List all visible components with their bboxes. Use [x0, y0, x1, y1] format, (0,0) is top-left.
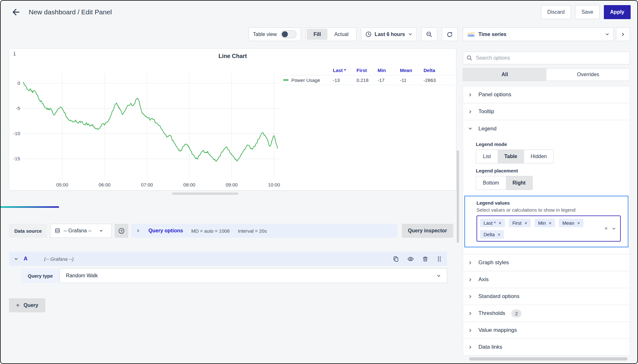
visualization-picker[interactable]: Time series — [463, 27, 614, 41]
collapse-chevron-icon[interactable] — [14, 257, 18, 261]
legend-values-description: Select values or calculations to show in… — [477, 207, 624, 213]
tab-all[interactable]: All — [463, 69, 546, 81]
query-row-a-header[interactable]: A (-- Grafana --) — [9, 252, 447, 266]
database-icon — [55, 228, 60, 234]
discard-button[interactable]: Discard — [541, 5, 571, 19]
sidebar-section-panel-options[interactable]: Panel options — [463, 86, 630, 103]
question-circle-icon: ? — [118, 228, 125, 234]
legend-values-multiselect[interactable]: Last * × First × Min × Mean × Delta × × — [477, 215, 621, 242]
header-actions: Discard Save Apply — [541, 5, 631, 19]
visualization-picker-row: Time series — [463, 27, 630, 41]
chevron-right-icon — [468, 261, 472, 265]
vertical-scrollbar-thumb[interactable] — [457, 150, 459, 243]
legend-series-name[interactable]: Power Usage — [283, 77, 333, 83]
legend-placement-right[interactable]: Right — [506, 176, 532, 190]
grafana-edit-panel-screen: New dashboard / Edit Panel Discard Save … — [0, 0, 638, 364]
sidebar-section-thresholds[interactable]: Thresholds 2 — [463, 305, 630, 322]
datasource-help-button[interactable]: ? — [115, 224, 128, 238]
panel-resize-handle[interactable] — [172, 193, 238, 195]
clear-all-icon[interactable]: × — [604, 225, 608, 232]
sidebar-horizontal-scrollbar[interactable] — [469, 357, 627, 360]
legend-section-header[interactable]: Legend — [463, 120, 630, 137]
chevron-down-icon — [437, 274, 441, 278]
query-options-bar[interactable]: Query options MD = auto = 1008 Interval … — [131, 224, 397, 238]
remove-tag-icon[interactable]: × — [524, 221, 527, 225]
legend-value-tag[interactable]: Min × — [535, 219, 555, 227]
sidebar-section-value-mappings[interactable]: Value mappings — [463, 322, 630, 339]
duplicate-icon[interactable] — [393, 256, 399, 262]
tab-overrides[interactable]: Overrides — [546, 69, 630, 81]
actual-segment[interactable]: Actual — [327, 29, 355, 40]
legend-table-header: Last *FirstMinMeanDelta — [283, 65, 455, 75]
collapse-options-pane-button[interactable] — [616, 27, 630, 41]
svg-text:i: i — [13, 51, 16, 57]
timeseries-viz-icon — [467, 31, 475, 37]
sidebar-section-tooltip[interactable]: Tooltip — [463, 103, 630, 120]
series-color-dash — [283, 79, 289, 81]
query-type-select[interactable]: Random Walk — [59, 268, 447, 283]
sidebar-section-graph-styles[interactable]: Graph styles — [463, 254, 630, 271]
legend-value-tag[interactable]: Last * × — [480, 219, 505, 227]
fill-segment[interactable]: Fill — [307, 29, 327, 40]
datasource-row: Data source -- Grafana -- ? Query option… — [9, 224, 456, 238]
delete-trash-icon[interactable] — [422, 256, 428, 262]
query-type-row: Query type Random Walk — [21, 268, 447, 283]
chevron-right-icon — [136, 229, 140, 233]
query-row-datasource: (-- Grafana --) — [44, 256, 74, 262]
svg-text:09:00: 09:00 — [226, 182, 238, 187]
options-sections: Panel options Tooltip Legend Legend mode… — [463, 86, 630, 356]
legend-stats-table: Last *FirstMinMeanDelta Power Usage-130.… — [283, 65, 455, 85]
chevron-right-icon — [468, 311, 472, 316]
datasource-picker[interactable]: -- Grafana -- — [50, 224, 112, 238]
legend-placement-segmented: Bottom Right — [476, 176, 533, 190]
drag-grip-icon[interactable] — [437, 256, 442, 262]
remove-tag-icon[interactable]: × — [549, 221, 552, 225]
sidebar-section-axis[interactable]: Axis — [463, 271, 630, 288]
legend-mode-list[interactable]: List — [476, 150, 498, 163]
svg-text:Line Chart: Line Chart — [218, 53, 247, 59]
visualization-name: Time series — [478, 32, 507, 37]
sidebar-section-standard-options[interactable]: Standard options — [463, 288, 630, 305]
options-search-box[interactable] — [463, 52, 630, 64]
remove-tag-icon[interactable]: × — [498, 232, 500, 237]
chevron-down-icon[interactable] — [612, 227, 616, 231]
legend-mode-hidden[interactable]: Hidden — [524, 150, 554, 163]
svg-text:08:00: 08:00 — [183, 182, 195, 187]
chevron-right-icon — [468, 110, 472, 114]
options-search-input[interactable] — [475, 55, 626, 61]
save-button[interactable]: Save — [575, 5, 599, 19]
zoom-out-icon — [426, 31, 432, 38]
table-view-toggle[interactable] — [281, 30, 296, 38]
toggle-knob — [282, 31, 288, 37]
svg-text:0: 0 — [18, 80, 20, 86]
active-tab-underline — [0, 206, 59, 208]
legend-placement-bottom[interactable]: Bottom — [476, 176, 506, 190]
sidebar-section-data-links[interactable]: Data links — [463, 339, 630, 356]
query-inspector-button[interactable]: Query inspector — [402, 224, 453, 238]
options-search-row — [463, 52, 630, 64]
time-range-picker[interactable]: Last 6 hours — [361, 27, 417, 41]
panel-toolbar: Table view Fill Actual Last 6 hours — [9, 27, 458, 41]
datasource-value: -- Grafana -- — [64, 228, 92, 234]
refresh-button[interactable] — [442, 27, 458, 41]
svg-text:05:00: 05:00 — [56, 182, 68, 187]
legend-value-tag[interactable]: Mean × — [559, 219, 583, 227]
panel-preview-card: iLine Chart05:0006:0007:0008:0009:0010:0… — [9, 48, 456, 191]
remove-tag-icon[interactable]: × — [577, 221, 580, 225]
add-query-button[interactable]: + Query — [9, 298, 45, 312]
apply-button[interactable]: Apply — [604, 5, 631, 19]
legend-values-label: Legend values — [477, 200, 624, 206]
datasource-label: Data source — [9, 224, 47, 238]
back-arrow-icon[interactable] — [10, 6, 22, 18]
remove-tag-icon[interactable]: × — [499, 221, 501, 225]
hide-response-eye-icon[interactable] — [407, 256, 414, 262]
chevron-down-icon — [99, 229, 103, 233]
options-filter-tabs: All Overrides — [463, 68, 630, 81]
zoom-out-button[interactable] — [421, 27, 437, 41]
plus-icon: + — [16, 302, 20, 309]
query-ref-id: A — [24, 256, 27, 262]
legend-value-tag[interactable]: Delta × — [480, 230, 504, 239]
legend-value-tag[interactable]: First × — [509, 219, 531, 227]
legend-mode-table[interactable]: Table — [498, 150, 524, 163]
query-options-interval: Interval = 20s — [238, 228, 266, 234]
